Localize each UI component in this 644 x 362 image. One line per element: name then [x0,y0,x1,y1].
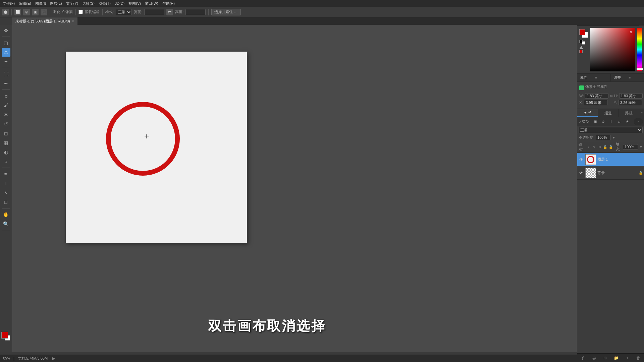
anti-alias-checkbox[interactable] [78,10,83,14]
tool-hand[interactable]: ✋ [2,210,10,219]
tool-spot-heal[interactable]: ⌀ [2,92,10,100]
filter-on-toggle[interactable]: ● [634,118,643,125]
color-hue-bar[interactable] [637,28,642,71]
menu-select[interactable]: 选择(S) [82,1,95,6]
statusbar: 50% | 文档:5.74M/3.00M ▶ [0,355,577,362]
layer-item-bg[interactable]: 👁 背景 🔒 [577,166,644,180]
filter-smart-btn[interactable]: ★ [624,118,631,125]
tool-eraser[interactable]: ◻ [2,129,10,138]
select-mask-button[interactable]: 选择并遮住 … [211,9,240,15]
lock-artboard-btn[interactable]: 🔒 [603,144,607,149]
tool-marquee-rect[interactable]: ▢ [2,39,10,47]
y-prop-input[interactable] [619,100,642,105]
height-prop-input[interactable] [619,93,643,99]
tab-layers[interactable]: 图层 [577,109,598,117]
tool-option-3[interactable]: ▣ [32,9,39,15]
menu-view[interactable]: 视图(V) [128,1,141,6]
lock-position-btn[interactable]: ⊕ [597,144,602,149]
canvas-area[interactable]: 双击画布取消选择 [12,25,577,352]
height-input[interactable] [185,9,206,15]
tool-path-select[interactable]: ↖ [2,188,10,197]
filter-adjust-btn[interactable]: ⊙ [599,118,607,125]
layer-1-visibility[interactable]: 👁 [579,157,584,162]
tab-close-button[interactable]: × [72,19,74,23]
tool-option-4[interactable]: ⬡ [41,9,47,15]
menu-file[interactable]: 文件(F) [3,1,15,6]
menu-3d[interactable]: 3D(D) [115,1,124,5]
foreground-color-swatch[interactable] [1,332,8,339]
tool-icon-ellipse[interactable]: ⬤ [2,9,9,15]
tool-lasso[interactable]: ⬭ [2,48,10,57]
lock-all-btn[interactable]: 🔒 [608,144,613,149]
tool-eyedropper[interactable]: ✒ [2,79,10,88]
tool-pen[interactable]: ✒ [2,170,10,178]
tool-dodge[interactable]: ○ [2,157,10,166]
menu-help[interactable]: 帮助(H) [162,1,175,6]
layers-panel-options-icon[interactable]: ≡ [641,111,643,115]
menu-image[interactable]: 图像(I) [35,1,46,6]
web-color-swatch[interactable] [579,50,583,53]
menu-filter[interactable]: 滤镜(T) [99,1,111,6]
tool-brush[interactable]: 🖌 [2,101,10,110]
color-panel [577,26,644,74]
menu-edit[interactable]: 编辑(E) [19,1,31,6]
tool-text[interactable]: T [2,179,10,188]
tool-shape[interactable]: □ [2,198,10,206]
tool-blur[interactable]: ◐ [2,148,10,157]
add-mask-btn[interactable]: ◎ [591,355,597,361]
document-tab[interactable]: 未标题-1 @ 50% (图层 1, RGB/8) × [12,17,78,25]
tool-gradient[interactable]: ▦ [2,138,10,147]
tab-paths[interactable]: 路径 [619,109,639,117]
tool-option-2[interactable]: ◎ [23,9,30,15]
lock-transparent-btn[interactable]: ▪ [586,144,591,149]
style-select[interactable]: 正常 [116,9,132,15]
fg-swatch[interactable] [579,29,585,35]
adjustment-panel-header[interactable]: 调整 ≡ [610,74,644,82]
adjustment-panel-collapse[interactable]: ≡ [629,76,642,79]
add-style-btn[interactable]: ƒ [580,355,586,361]
tool-magic-wand[interactable]: ✦ [2,57,10,66]
group-layers-btn[interactable]: 📁 [613,355,620,361]
tool-history-brush[interactable]: ↺ [2,120,10,128]
width-input[interactable] [144,9,164,15]
fill-dropdown-icon[interactable]: ▼ [639,145,643,149]
filter-shape-btn[interactable]: □ [615,118,623,125]
blend-mode-select[interactable]: 正常 [579,127,643,133]
filter-pixel-btn[interactable]: ▣ [591,118,599,125]
opacity-input[interactable] [596,135,611,140]
fill-input[interactable] [623,144,638,149]
tool-stamp[interactable]: ✱ [2,110,10,119]
x-prop-input[interactable] [584,100,607,105]
layer-bg-visibility[interactable]: 👁 [579,170,584,176]
opacity-dropdown-icon[interactable]: ▼ [612,136,615,139]
new-fill-layer-btn[interactable]: ⊕ [602,355,608,361]
adjustment-panel-title: 调整 [613,75,626,80]
tabbar: 未标题-1 @ 50% (图层 1, RGB/8) × [12,17,644,25]
width-prop-input[interactable] [585,93,608,99]
lock-image-btn[interactable]: ✎ [592,144,596,149]
statusbar-arrow[interactable]: ▶ [52,356,55,361]
properties-panel-collapse[interactable]: ≡ [595,76,608,79]
new-layer-btn[interactable]: + [624,355,631,361]
toolbar-separator-5 [208,9,209,15]
tool-separator-3 [2,89,10,90]
menu-type[interactable]: 文字(Y) [66,1,78,6]
properties-panel-header[interactable]: 属性 ≡ [577,74,610,82]
filter-text-btn[interactable]: T [607,118,615,125]
link-dimensions-icon[interactable]: ∞ [610,94,613,98]
tool-zoom[interactable]: 🔍 [2,220,10,228]
color-gradient-picker[interactable] [590,28,635,71]
menu-window[interactable]: 窗口(W) [145,1,158,6]
layer-item-1[interactable]: 👁 图层 1 [577,153,644,166]
new-layer-btn[interactable]: ⬜ [14,9,21,15]
swap-colors-icon[interactable] [582,41,585,45]
layers-bottom-toolbar: ƒ ◎ ⊕ 📁 + 🗑 [577,353,644,362]
tool-crop[interactable]: ⛶ [2,70,10,78]
document-canvas[interactable] [66,52,247,243]
tab-channels[interactable]: 通道 [598,109,619,117]
menu-layer[interactable]: 图层(L) [50,1,62,6]
swap-icon[interactable]: ⇄ [166,9,173,15]
layer-1-name: 图层 1 [597,157,643,162]
delete-layer-btn[interactable]: 🗑 [635,355,642,361]
tool-move[interactable]: ✥ [2,26,10,35]
